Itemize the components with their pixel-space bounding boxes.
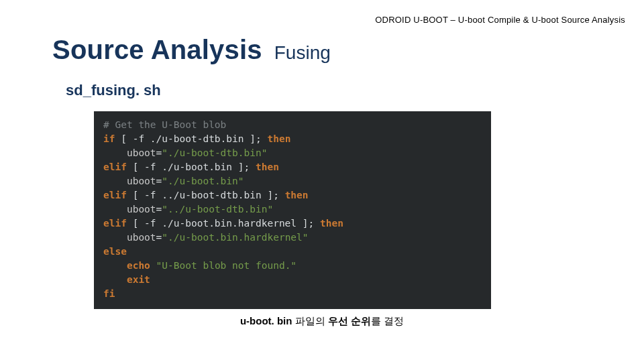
code-indent5 (103, 260, 127, 271)
code-kw-fi: fi (103, 288, 115, 299)
code-l1-cond: [ -f ./u-boot-dtb.bin ]; (115, 133, 267, 144)
code-indent (103, 147, 127, 158)
caption: u-boot. bin 파일의 우선 순위를 결정 (0, 315, 644, 328)
code-l2-var: uboot (127, 147, 156, 158)
code-indent3 (103, 204, 127, 215)
caption-mid: 파일의 (292, 315, 327, 326)
code-l2-str: "./u-boot-dtb.bin" (162, 147, 267, 158)
code-l2-eq: = (156, 147, 162, 158)
title-sub: Fusing (274, 42, 331, 64)
code-kw-else: else (103, 246, 127, 257)
code-l8-str: "./u-boot.bin.hardkernel" (162, 232, 308, 243)
code-l8-var: uboot (127, 232, 156, 243)
code-l4-eq: = (156, 176, 162, 186)
code-l3-cond: [ -f ./u-boot.bin ]; (127, 162, 256, 172)
code-l6-var: uboot (127, 204, 156, 215)
title-main: Source Analysis (52, 35, 262, 65)
caption-bold1: u-boot. bin (240, 315, 292, 326)
subheading: sd_fusing. sh (66, 82, 161, 99)
code-kw-echo: echo (127, 260, 150, 271)
slide: ODROID U-BOOT – U-boot Compile & U-boot … (0, 0, 644, 362)
caption-bold2: 우선 순위 (328, 315, 371, 326)
code-l4-str: "./u-boot.bin" (162, 176, 244, 186)
code-l10-sp (150, 260, 156, 271)
title-row: Source Analysis Fusing (52, 35, 617, 65)
code-l5-cond: [ -f ../u-boot-dtb.bin ]; (127, 190, 285, 200)
code-kw-elif1: elif (103, 162, 127, 172)
header-small: ODROID U-BOOT – U-boot Compile & U-boot … (375, 15, 625, 25)
code-indent2 (103, 176, 127, 186)
code-kw-then4: then (320, 218, 343, 229)
code-kw-then2: then (256, 162, 279, 172)
code-kw-exit: exit (127, 274, 150, 285)
code-l10-str: "U-Boot blob not found." (156, 260, 297, 271)
code-kw-elif2: elif (103, 190, 127, 200)
code-l6-eq: = (156, 204, 162, 215)
code-block: # Get the U-Boot blob if [ -f ./u-boot-d… (94, 111, 491, 309)
code-kw-elif3: elif (103, 218, 127, 229)
caption-tail: 를 결정 (371, 315, 404, 326)
code-l6-str: "../u-boot-dtb.bin" (162, 204, 273, 215)
code-indent6 (103, 274, 127, 285)
code-kw-then3: then (285, 190, 309, 200)
code-kw-if: if (103, 133, 115, 144)
code-l4-var: uboot (127, 176, 156, 186)
code-kw-then1: then (267, 133, 290, 144)
code-comment: # Get the U-Boot blob (103, 119, 226, 130)
code-l8-eq: = (156, 232, 162, 243)
code-l7-cond: [ -f ./u-boot.bin.hardkernel ]; (127, 218, 320, 229)
code-indent4 (103, 232, 127, 243)
